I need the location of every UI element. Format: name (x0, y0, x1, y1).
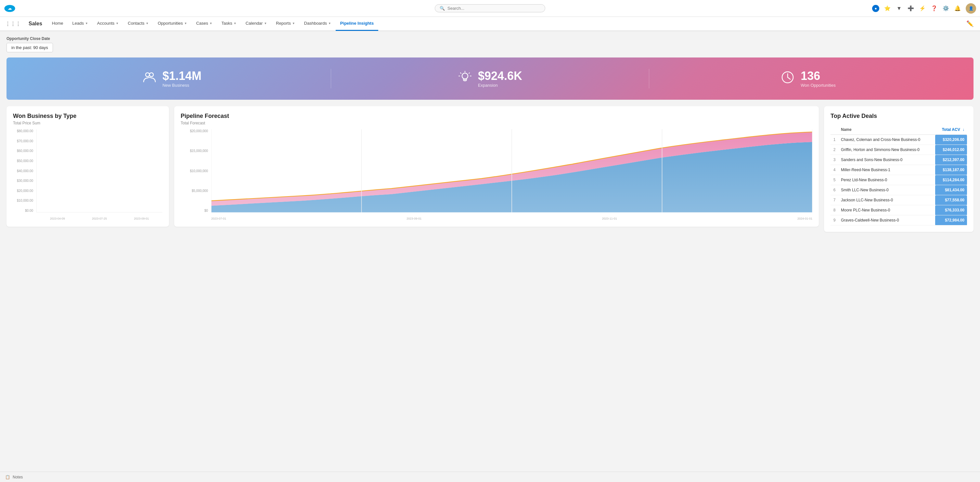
svg-area (211, 129, 812, 212)
nav-accounts[interactable]: Accounts ▼ (92, 17, 123, 31)
deal-name: Chavez, Coleman and Cross-New Business-0 (838, 135, 935, 145)
svg-line-7 (460, 73, 461, 73)
grid-icon[interactable]: ⋮⋮⋮ (3, 21, 23, 27)
connect-icon[interactable]: ⚡ (919, 5, 926, 12)
status-icon[interactable]: ● (872, 5, 879, 12)
table-row[interactable]: 1 Chavez, Coleman and Cross-New Business… (830, 135, 967, 145)
nav-bar: ⋮⋮⋮ Sales Home Leads ▼ Accounts ▼ Contac… (0, 17, 980, 31)
deal-acv: $81,434.00 (935, 185, 967, 195)
table-row[interactable]: 8 Moore PLC-New Business-0 $76,333.00 (830, 205, 967, 215)
nav-leads[interactable]: Leads ▼ (68, 17, 92, 31)
search-icon: 🔍 (440, 6, 445, 11)
people-icon (142, 70, 157, 87)
salesforce-logo[interactable]: ☁ (4, 3, 16, 14)
search-bar[interactable]: 🔍 (435, 4, 545, 12)
deal-acv: $76,333.00 (935, 205, 967, 215)
svg-line-14 (788, 77, 790, 79)
forecast-chart-title: Pipeline Forecast (181, 113, 812, 119)
pipeline-forecast-chart: Pipeline Forecast Total Forecast $20,000… (174, 106, 819, 227)
metric-expansion-text: $924.6K Expansion (478, 70, 522, 88)
deal-acv: $138,187.00 (935, 165, 967, 175)
metric-new-business: $1.14M New Business (19, 70, 324, 88)
nav-contacts[interactable]: Contacts ▼ (123, 17, 153, 31)
filter-pill[interactable]: in the past: 90 days (6, 43, 53, 52)
deal-acv: $212,397.00 (935, 155, 967, 165)
charts-row: Won Business by Type Total Price Sum $80… (6, 106, 974, 232)
metric-won-label: Won Opportunities (801, 83, 835, 88)
bar-chart-y-labels: $80,000.00 $70,000.00 $60,000.00 $50,000… (13, 129, 35, 212)
deal-rank: 7 (830, 195, 838, 205)
nav-pipeline-insights[interactable]: Pipeline Insights (336, 17, 378, 31)
top-icons: ● ⭐ ▼ ➕ ⚡ ❓ ⚙️ 🔔 👤 (872, 3, 976, 14)
deal-name: Graves-Caldwell-New Business-0 (838, 215, 935, 225)
notes-icon: 📋 (5, 475, 10, 479)
favorites-icon[interactable]: ⭐ (884, 5, 891, 12)
main-content: Opportunity Close Date in the past: 90 d… (0, 31, 980, 472)
deal-name: Smith LLC-New Business-0 (838, 185, 935, 195)
deal-rank: 2 (830, 145, 838, 155)
add-icon[interactable]: ➕ (907, 5, 914, 12)
dropdown-icon[interactable]: ▼ (896, 5, 903, 12)
top-deals-title: Top Active Deals (830, 113, 967, 119)
filter-section: Opportunity Close Date in the past: 90 d… (6, 36, 974, 52)
settings-icon[interactable]: ⚙️ (942, 5, 950, 12)
deal-name: Griffin, Horton and Simmons-New Business… (838, 145, 935, 155)
metric-won-opps: 136 Won Opportunities (656, 70, 961, 88)
table-row[interactable]: 9 Graves-Caldwell-New Business-0 $72,984… (830, 215, 967, 225)
metrics-banner: $1.14M New Business (6, 57, 974, 100)
table-row[interactable]: 6 Smith LLC-New Business-0 $81,434.00 (830, 185, 967, 195)
deal-rank: 8 (830, 205, 838, 215)
table-row[interactable]: 5 Perez Ltd-New Business-0 $114,284.00 (830, 175, 967, 185)
forecast-chart-subtitle: Total Forecast (181, 121, 812, 125)
nav-opportunities[interactable]: Opportunities ▼ (153, 17, 191, 31)
top-deals-card: Top Active Deals Name Total ACV ↓ 1 (824, 106, 974, 232)
bottom-bar: 📋 Notes (0, 472, 980, 482)
metric-divider-1 (331, 69, 331, 88)
metric-divider-2 (649, 69, 649, 88)
metric-new-business-text: $1.14M New Business (162, 70, 202, 88)
table-row[interactable]: 4 Miller-Reed-New Business-1 $138,187.00 (830, 165, 967, 175)
deal-name: Jackson LLC-New Business-0 (838, 195, 935, 205)
deal-rank: 6 (830, 185, 838, 195)
deal-name: Sanders and Sons-New Business-0 (838, 155, 935, 165)
metric-expansion-label: Expansion (478, 83, 522, 88)
forecast-svg (211, 129, 812, 212)
metric-expansion-value: $924.6K (478, 70, 522, 82)
nav-dashboards[interactable]: Dashboards ▼ (299, 17, 336, 31)
deal-acv: $246,012.00 (935, 145, 967, 155)
table-row[interactable]: 7 Jackson LLC-New Business-0 $77,558.00 (830, 195, 967, 205)
deal-acv: $72,984.00 (935, 215, 967, 225)
col-rank (830, 125, 838, 135)
bar-chart-container: $80,000.00 $70,000.00 $60,000.00 $50,000… (13, 129, 162, 220)
area-x-labels: 2023-07-01 2023-09-01 2023-11-01 2024-01… (211, 217, 812, 220)
svg-point-2 (146, 73, 150, 77)
table-row[interactable]: 3 Sanders and Sons-New Business-0 $212,3… (830, 155, 967, 165)
deal-rank: 1 (830, 135, 838, 145)
edit-nav-icon[interactable]: ✏️ (963, 20, 977, 27)
deal-acv: $77,558.00 (935, 195, 967, 205)
bulb-icon (458, 70, 472, 87)
won-chart-subtitle: Total Price Sum (13, 121, 162, 125)
deals-table: Name Total ACV ↓ 1 Chavez, Coleman and C… (830, 125, 967, 225)
help-icon[interactable]: ❓ (931, 5, 938, 12)
deal-acv: $114,284.00 (935, 175, 967, 185)
nav-home[interactable]: Home (48, 17, 68, 31)
search-input[interactable] (447, 6, 540, 11)
metric-won-value: 136 (801, 70, 835, 82)
table-row[interactable]: 2 Griffin, Horton and Simmons-New Busine… (830, 145, 967, 155)
notifications-icon[interactable]: 🔔 (954, 5, 961, 12)
col-name: Name (838, 125, 935, 135)
nav-reports[interactable]: Reports ▼ (271, 17, 299, 31)
svg-point-3 (150, 73, 153, 77)
nav-cases[interactable]: Cases ▼ (192, 17, 217, 31)
nav-calendar[interactable]: Calendar ▼ (241, 17, 272, 31)
nav-tasks[interactable]: Tasks ▼ (217, 17, 241, 31)
top-bar: ☁ 🔍 ● ⭐ ▼ ➕ ⚡ ❓ ⚙️ 🔔 👤 (0, 0, 980, 17)
deal-rank: 4 (830, 165, 838, 175)
svg-line-6 (469, 73, 469, 73)
clock-icon (781, 70, 795, 87)
metric-won-text: 136 Won Opportunities (801, 70, 835, 88)
deal-rank: 5 (830, 175, 838, 185)
avatar[interactable]: 👤 (966, 3, 976, 14)
bar-chart-x-labels: 2023-04-09 2023-07-25 2023-09-01 (37, 217, 162, 220)
